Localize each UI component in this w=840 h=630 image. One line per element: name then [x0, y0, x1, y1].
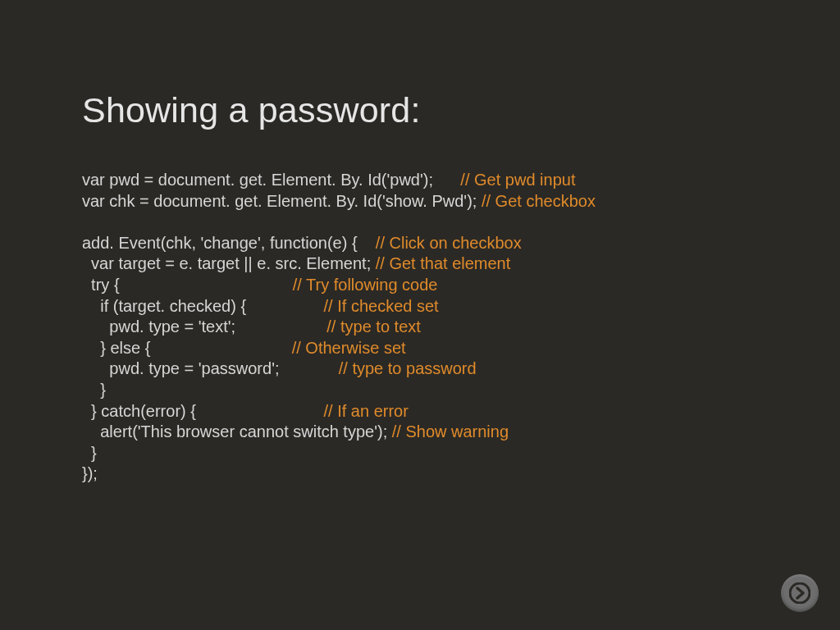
code-line: }: [82, 443, 758, 464]
code-comment: // Click on checkbox: [376, 234, 522, 252]
code-text: } else {: [82, 339, 292, 357]
code-line: alert('This browser cannot switch type')…: [82, 422, 758, 443]
code-comment: // Get that element: [376, 254, 511, 272]
code-comment: // Get checkbox: [482, 192, 596, 210]
code-line: });: [82, 463, 758, 485]
code-block: var pwd = document. get. Element. By. Id…: [82, 170, 758, 485]
code-comment: // Try following code: [293, 276, 438, 294]
code-text: }: [82, 444, 97, 462]
code-text: pwd. type = 'text';: [82, 317, 326, 336]
code-comment: // Get pwd input: [460, 171, 575, 189]
code-line: if (target. checked) { // If checked set: [82, 296, 758, 317]
code-text: } catch(error) {: [82, 402, 324, 420]
arrow-right-icon: [789, 582, 810, 604]
code-comment: // type to password: [339, 359, 477, 377]
code-comment: // If an error: [324, 402, 409, 420]
code-text: pwd. type = 'password';: [82, 359, 339, 377]
code-line: add. Event(chk, 'change', function(e) { …: [82, 233, 758, 254]
code-line: pwd. type = 'password'; // type to passw…: [82, 358, 758, 380]
code-comment: // Show warning: [392, 422, 509, 441]
svg-point-0: [790, 583, 810, 603]
code-text: add. Event(chk, 'change', function(e) {: [82, 234, 376, 252]
code-text: var target = e. target || e. src. Elemen…: [82, 254, 376, 272]
code-line: }: [82, 380, 758, 401]
code-text: var chk = document. get. Element. By. Id…: [82, 192, 482, 210]
code-line: var target = e. target || e. src. Elemen…: [82, 253, 758, 275]
code-line: var pwd = document. get. Element. By. Id…: [82, 170, 758, 191]
code-text: alert('This browser cannot switch type')…: [82, 422, 392, 441]
next-button[interactable]: [781, 574, 819, 612]
code-text: var pwd = document. get. Element. By. Id…: [82, 171, 460, 189]
slide-title: Showing a password:: [82, 90, 758, 130]
code-line: } else { // Otherwise set: [82, 338, 758, 359]
code-text: if (target. checked) {: [82, 297, 324, 315]
code-text: try {: [82, 276, 293, 294]
code-line: [82, 212, 758, 233]
code-text: }: [82, 381, 106, 399]
slide: Showing a password: var pwd = document. …: [0, 0, 840, 630]
code-line: } catch(error) { // If an error: [82, 401, 758, 422]
code-comment: // Otherwise set: [292, 339, 406, 357]
code-comment: // type to text: [326, 317, 421, 336]
code-text: });: [82, 464, 98, 482]
code-comment: // If checked set: [324, 297, 439, 315]
code-line: pwd. type = 'text'; // type to text: [82, 317, 758, 338]
code-line: try { // Try following code: [82, 275, 758, 296]
code-line: var chk = document. get. Element. By. Id…: [82, 191, 758, 212]
